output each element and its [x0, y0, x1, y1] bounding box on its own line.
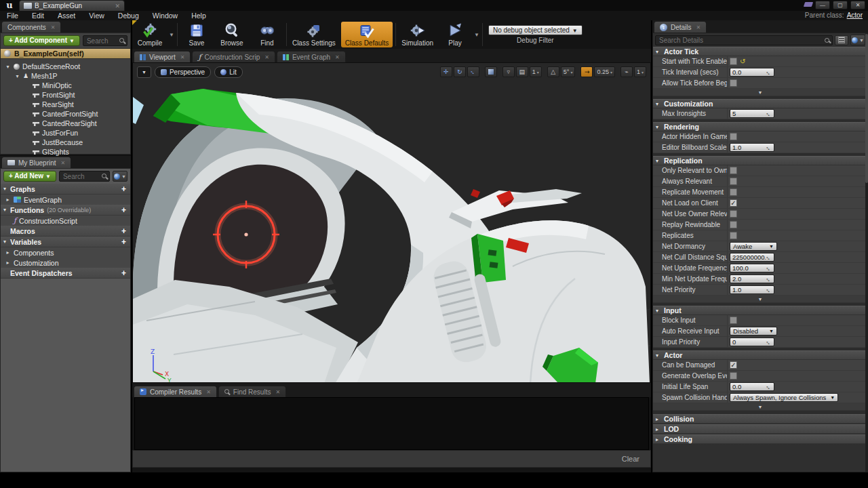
find-button[interactable]: Find — [250, 20, 285, 49]
checkbox[interactable] — [730, 79, 737, 87]
category-replication[interactable]: ▾Replication — [653, 156, 867, 165]
tab-close-icon[interactable]: ✕ — [51, 24, 56, 30]
category-arrow-icon[interactable]: ▸ — [656, 416, 661, 422]
add-icon[interactable]: + — [121, 184, 127, 194]
component-self-row[interactable]: B_ExampleGun(self) — [1, 48, 130, 59]
tutorial-cap-icon[interactable] — [804, 1, 814, 9]
add-icon[interactable]: + — [121, 226, 127, 236]
expand-arrow-icon[interactable]: ▾ — [3, 239, 10, 245]
details-visibility-button[interactable]: ▼ — [850, 35, 865, 45]
expand-arrow-icon[interactable]: ▸ — [5, 260, 11, 266]
dropdown-caret-icon[interactable]: ▼ — [473, 32, 481, 38]
expand-arrow-icon[interactable]: ▾ — [14, 73, 20, 79]
component-item-mesh1p[interactable]: ▾♟Mesh1P — [1, 71, 130, 81]
viewport-options-button[interactable]: ▼ — [137, 66, 151, 78]
class-settings-button[interactable]: Class Settings — [288, 20, 340, 49]
category-arrow-icon[interactable]: ▾ — [656, 124, 661, 130]
dropdown-caret-icon[interactable]: ▼ — [167, 32, 176, 38]
checkbox[interactable] — [730, 210, 737, 218]
asset-tab-close-icon[interactable]: ✕ — [115, 1, 120, 12]
number-input[interactable]: 1.0↔ — [730, 143, 774, 152]
tab-close-icon[interactable]: ✕ — [180, 54, 185, 60]
menu-debug[interactable]: Debug — [111, 12, 146, 20]
tab-close-icon[interactable]: ✕ — [61, 160, 66, 166]
save-button[interactable]: Save — [179, 20, 214, 49]
checkbox[interactable] — [730, 133, 737, 140]
tab-components[interactable]: Components✕ — [1, 21, 61, 33]
my-blueprint-search[interactable] — [59, 171, 110, 182]
property-matrix-button[interactable] — [835, 35, 848, 45]
tab-my-blueprint[interactable]: My Blueprint✕ — [1, 157, 71, 168]
add-new-button[interactable]: + Add New▼ — [3, 171, 56, 182]
category-arrow-icon[interactable]: ▾ — [656, 352, 661, 359]
tab-close-icon[interactable]: ✕ — [696, 24, 701, 30]
component-item-justforfun[interactable]: JustForFun — [1, 128, 130, 138]
details-search-input[interactable] — [656, 36, 832, 45]
scale-snap-icon[interactable]: ↗ — [580, 66, 593, 77]
category-arrow-icon[interactable]: ▾ — [656, 308, 661, 314]
expand-arrow-icon[interactable]: ▾ — [5, 64, 11, 70]
bp-section-variables[interactable]: ▾Variables+ — [1, 237, 130, 247]
number-input[interactable]: 0.0↔ — [730, 68, 774, 77]
grid-snap-icon[interactable]: ▤ — [516, 66, 528, 77]
surface-snap-icon[interactable]: ▿ — [502, 66, 515, 77]
translate-tool-icon[interactable]: ✛ — [440, 66, 452, 77]
category-cooking[interactable]: ▸Cooking — [653, 434, 867, 444]
checkbox[interactable] — [730, 178, 737, 185]
menu-file[interactable]: File — [0, 12, 25, 20]
number-input[interactable]: 0↔ — [730, 338, 774, 346]
category-collision[interactable]: ▸Collision — [653, 414, 867, 424]
category-actor-tick[interactable]: ▾Actor Tick — [653, 47, 867, 56]
category-arrow-icon[interactable]: ▾ — [656, 49, 661, 55]
tab-details[interactable]: i Details✕ — [654, 21, 707, 33]
compile-button[interactable]: Compile — [132, 20, 167, 49]
rotate-tool-icon[interactable]: ↻ — [454, 66, 466, 77]
play-button[interactable]: Play — [437, 20, 473, 49]
grid-snap-value[interactable]: 1▾ — [530, 66, 542, 77]
rotation-snap-icon[interactable]: △ — [547, 66, 559, 77]
component-item-defaultsceneroot[interactable]: ▾DefaultSceneRoot — [1, 62, 130, 71]
bp-item-eventgraph[interactable]: ▸EventGraph — [1, 195, 130, 205]
doc-tab-viewport[interactable]: Viewport✕ — [134, 51, 191, 62]
doc-tab-event-graph[interactable]: Event Graph✕ — [277, 51, 346, 62]
checkbox[interactable] — [730, 221, 737, 228]
camera-speed-icon[interactable]: ⌁ — [620, 66, 633, 77]
tab-close-icon[interactable]: ✕ — [335, 54, 340, 60]
component-item-justbecause[interactable]: JustBecause — [1, 138, 130, 147]
tab-close-icon[interactable]: ✕ — [206, 389, 211, 395]
checkbox[interactable] — [730, 188, 737, 196]
number-input[interactable]: 100.0↔ — [730, 264, 774, 272]
dropdown-select[interactable]: Disabled▼ — [730, 327, 777, 336]
bp-item-components[interactable]: ▸Components — [1, 247, 130, 258]
visibility-filter-button[interactable]: ▼ — [113, 171, 127, 182]
bp-section-macros[interactable]: Macros+ — [1, 226, 130, 237]
number-input[interactable]: 2.0↔ — [730, 274, 774, 283]
number-input[interactable]: 0.0↔ — [730, 382, 774, 391]
component-item-frontsight[interactable]: FrontSight — [1, 90, 130, 100]
checkbox-checked[interactable]: ✓ — [730, 199, 737, 207]
compiler-results-output[interactable] — [134, 397, 649, 450]
camera-speed-value[interactable]: 1▾ — [634, 66, 646, 77]
checkbox[interactable] — [730, 58, 737, 65]
category-arrow-icon[interactable]: ▾ — [656, 158, 661, 164]
category-arrow-icon[interactable]: ▸ — [656, 426, 661, 432]
advanced-expander[interactable]: ▼ — [653, 296, 867, 303]
browse-button[interactable]: Browse — [214, 20, 250, 49]
checkbox[interactable] — [730, 167, 737, 174]
category-arrow-icon[interactable]: ▾ — [656, 101, 661, 107]
checkbox[interactable] — [730, 232, 737, 239]
category-customization[interactable]: ▾Customization — [653, 99, 867, 108]
checkbox[interactable] — [730, 317, 737, 324]
component-item-cantedfrontsight[interactable]: CantedFrontSight — [1, 109, 130, 119]
tab-close-icon[interactable]: ✕ — [275, 389, 280, 395]
details-scrollbar[interactable] — [865, 33, 868, 472]
checkbox[interactable] — [730, 372, 737, 380]
lit-mode-button[interactable]: Lit — [214, 66, 243, 78]
component-item-cantedrearsight[interactable]: CantedRearSight — [1, 119, 130, 128]
add-component-button[interactable]: + Add Component▼ — [3, 35, 80, 46]
number-input[interactable]: 1.0↔ — [730, 285, 774, 294]
perspective-button[interactable]: Perspective — [155, 66, 211, 78]
menu-asset[interactable]: Asset — [51, 12, 82, 20]
rotation-snap-value[interactable]: 5°▾ — [561, 66, 576, 77]
advanced-expander[interactable]: ▼ — [653, 89, 867, 96]
